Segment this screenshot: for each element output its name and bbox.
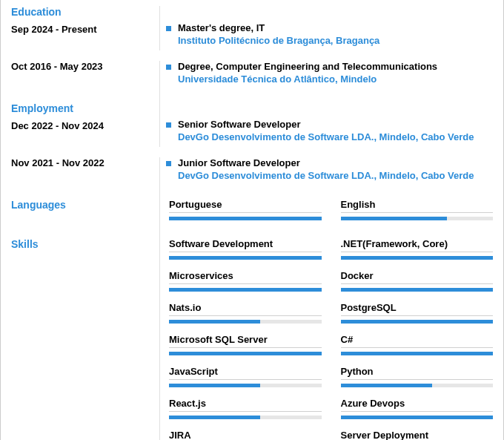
entry-dates: Sep 2024 - Present bbox=[11, 24, 152, 35]
section-title-education: Education bbox=[11, 6, 152, 18]
skill-bar-fill bbox=[169, 352, 322, 355]
section-title-skills: Skills bbox=[11, 238, 152, 250]
entry-subtitle: DevGo Desenvolvimento de Software LDA., … bbox=[178, 170, 493, 181]
skill-bar-track bbox=[169, 416, 322, 419]
skill-item: JavaScript bbox=[169, 366, 322, 387]
skill-name: JavaScript bbox=[169, 366, 322, 380]
skill-bar-track bbox=[169, 384, 322, 387]
skill-bar-fill bbox=[341, 288, 494, 292]
skill-name: Azure Devops bbox=[341, 398, 494, 412]
skill-bar-fill bbox=[341, 320, 494, 324]
skill-bar-track bbox=[169, 256, 322, 260]
section-employment: Employment Dec 2022 - Nov 2024 Senior So… bbox=[1, 102, 503, 185]
skill-item: .NET(Framework, Core) bbox=[341, 238, 494, 260]
section-title-employment: Employment bbox=[11, 102, 152, 114]
skill-name: PostgreSQL bbox=[341, 302, 494, 316]
skill-name: Nats.io bbox=[169, 302, 322, 316]
skill-name: Microsoft SQL Server bbox=[169, 334, 322, 348]
entry-subtitle: Instituto Politécnico de Bragança, Braga… bbox=[178, 35, 493, 46]
skill-bar-track bbox=[169, 217, 322, 220]
skill-bar-track bbox=[341, 256, 494, 260]
skill-bar-fill bbox=[169, 288, 322, 292]
skill-name: English bbox=[341, 199, 494, 213]
entry-dates: Nov 2021 - Nov 2022 bbox=[11, 157, 152, 168]
skill-name: Software Development bbox=[169, 238, 322, 252]
entry-subtitle: Universidade Técnica do Atlântico, Minde… bbox=[178, 73, 493, 85]
skill-bar-fill bbox=[341, 256, 494, 260]
skill-item: Microsoft SQL Server bbox=[169, 334, 322, 355]
skill-bar-track bbox=[341, 217, 494, 220]
skill-item: Python bbox=[341, 366, 494, 387]
section-languages: Languages PortugueseEnglish bbox=[1, 199, 503, 225]
bullet-icon bbox=[166, 122, 171, 128]
skill-bar-track bbox=[169, 352, 322, 355]
skill-item: English bbox=[341, 199, 494, 220]
bullet-icon bbox=[166, 26, 171, 31]
entry-title: Degree, Computer Engineering and Telecom… bbox=[178, 61, 493, 72]
skill-name: JIRA bbox=[169, 430, 322, 440]
skills-list: Software Development.NET(Framework, Core… bbox=[169, 238, 493, 440]
skill-item: Server Deployment bbox=[341, 430, 494, 440]
skill-name: C# bbox=[341, 334, 494, 348]
skill-bar-fill bbox=[169, 416, 260, 419]
skill-bar-fill bbox=[169, 320, 260, 324]
skill-bar-track bbox=[169, 288, 322, 292]
skill-item: PostgreSQL bbox=[341, 302, 494, 324]
entry-dates: Oct 2016 - May 2023 bbox=[11, 61, 152, 72]
skill-bar-fill bbox=[341, 416, 494, 419]
skill-bar-track bbox=[341, 352, 494, 355]
entry-dates: Dec 2022 - Nov 2024 bbox=[11, 120, 152, 131]
skill-item: Microservices bbox=[169, 270, 322, 292]
skill-bar-track bbox=[341, 384, 494, 387]
skill-item: Nats.io bbox=[169, 302, 322, 324]
skill-name: .NET(Framework, Core) bbox=[341, 238, 494, 252]
skill-name: Server Deployment bbox=[341, 430, 494, 440]
section-education: Education Sep 2024 - Present Master's de… bbox=[1, 0, 503, 89]
skill-item: JIRA bbox=[169, 430, 322, 440]
section-skills: Skills Software Development.NET(Framewor… bbox=[1, 238, 503, 440]
languages-list: PortugueseEnglish bbox=[169, 199, 493, 220]
skill-name: Docker bbox=[341, 270, 494, 284]
skill-item: Portuguese bbox=[169, 199, 322, 220]
skill-bar-track bbox=[341, 416, 494, 419]
skill-bar-fill bbox=[341, 384, 432, 387]
skill-bar-fill bbox=[169, 217, 322, 220]
skill-name: Portuguese bbox=[169, 199, 322, 213]
bullet-icon bbox=[166, 65, 171, 70]
skill-item: Software Development bbox=[169, 238, 322, 260]
skill-bar-fill bbox=[341, 352, 494, 355]
skill-item: C# bbox=[341, 334, 494, 355]
resume-page: Education Sep 2024 - Present Master's de… bbox=[0, 0, 504, 440]
skill-bar-track bbox=[169, 320, 322, 324]
skill-item: Azure Devops bbox=[341, 398, 494, 419]
entry-title: Master's degree, IT bbox=[178, 22, 493, 33]
entry-title: Junior Software Developer bbox=[178, 157, 493, 168]
skill-name: React.js bbox=[169, 398, 322, 412]
section-title-languages: Languages bbox=[11, 199, 152, 211]
skill-bar-track bbox=[341, 288, 494, 292]
skill-bar-fill bbox=[341, 217, 448, 220]
skill-bar-track bbox=[341, 320, 494, 324]
skill-name: Python bbox=[341, 366, 494, 380]
entry-title: Senior Software Developer bbox=[178, 119, 493, 130]
bullet-icon bbox=[166, 161, 171, 166]
skill-item: React.js bbox=[169, 398, 322, 419]
skill-bar-fill bbox=[169, 384, 260, 387]
skill-name: Microservices bbox=[169, 270, 322, 284]
skill-item: Docker bbox=[341, 270, 494, 292]
skill-bar-fill bbox=[169, 256, 322, 260]
entry-subtitle: DevGo Desenvolvimento de Software LDA., … bbox=[178, 131, 493, 142]
